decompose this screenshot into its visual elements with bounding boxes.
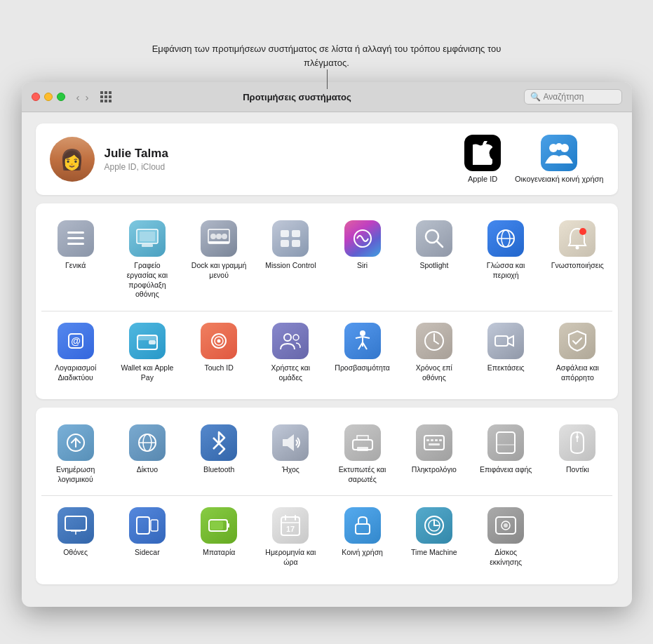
apple-id-label: Apple ID	[468, 174, 497, 184]
svg-rect-67	[210, 521, 223, 530]
pref-item-startup[interactable]: Δίσκος εκκίνησης	[471, 502, 540, 572]
pref-icon-internet: @	[58, 323, 94, 359]
pref-icon-general	[58, 220, 94, 257]
family-sharing-button[interactable]: Οικογενειακή κοινή χρήση	[515, 135, 603, 184]
pref-label-notifications: Γνωστο­ποιήσεις	[551, 261, 604, 271]
pref-label-datetime: Ημερομηνία και ώρα	[262, 548, 318, 567]
svg-point-33	[217, 339, 221, 342]
profile-actions: Apple ID Οικογενειακή κοινή χρήση	[464, 135, 603, 184]
pref-icon-notifications	[559, 220, 595, 257]
svg-point-2	[556, 143, 563, 150]
pref-item-users[interactable]: Χρήστες και ομάδες	[256, 317, 325, 388]
pref-label-siri: Siri	[357, 261, 368, 271]
pref-label-sidecar: Sidecar	[135, 548, 160, 558]
svg-rect-53	[435, 439, 438, 441]
pref-item-keyboard[interactable]: Πληκτρολόγιο	[400, 419, 469, 490]
svg-line-47	[213, 443, 219, 449]
svg-point-11	[210, 234, 216, 239]
pref-icon-spotlight	[416, 220, 452, 257]
close-button[interactable]	[32, 93, 40, 101]
pref-label-sound: Ήχος	[282, 465, 299, 475]
pref-item-security[interactable]: Ασφάλεια και απόρρητο	[543, 317, 612, 388]
pref-item-internet[interactable]: @Λογαριασμοί Διαδικτύου	[41, 317, 110, 388]
search-icon: 🔍	[530, 92, 541, 102]
pref-item-accessibility[interactable]: Προσβασιμότητα	[328, 317, 397, 388]
svg-rect-5	[67, 243, 84, 245]
pref-label-wallet: Wallet και Apple Pay	[119, 363, 175, 382]
pref-item-battery[interactable]: Μπαταρία	[184, 502, 253, 572]
pref-label-sharing: Κοινή χρήση	[342, 548, 383, 558]
pref-icon-datetime: 17	[272, 507, 309, 544]
pref-item-trackpad[interactable]: Επιφάνεια αφής	[471, 419, 540, 490]
annotation-line	[327, 69, 328, 89]
pref-item-spotlight[interactable]: Spotlight	[400, 215, 469, 305]
svg-point-36	[360, 330, 365, 336]
pref-item-extensions[interactable]: Επεκτάσεις	[471, 317, 540, 388]
svg-point-24	[576, 246, 579, 250]
zoom-button[interactable]	[57, 93, 65, 101]
svg-rect-3	[67, 232, 84, 234]
svg-rect-66	[227, 523, 229, 528]
svg-rect-7	[142, 244, 153, 247]
pref-label-network: Δίκτυο	[137, 465, 158, 475]
pref-label-language: Γλώσσα και περιοχή	[478, 261, 534, 280]
svg-point-34	[284, 334, 291, 341]
svg-rect-16	[281, 240, 289, 247]
pref-item-mouse[interactable]: Ποντίκι	[543, 419, 612, 490]
profile-section: 👩 Julie Talma Apple ID, iCloud Apple ID	[36, 123, 618, 195]
pref-item-screentime[interactable]: Χρόνος επί οθόνης	[400, 317, 469, 388]
pref-item-sound[interactable]: Ήχος	[256, 419, 325, 490]
svg-rect-8	[140, 232, 155, 241]
svg-rect-52	[431, 439, 433, 441]
pref-item-network[interactable]: Δίκτυο	[113, 419, 182, 490]
pref-item-general[interactable]: Γενικά	[41, 215, 110, 305]
pref-item-dock[interactable]: Dock και γραμμή μενού	[184, 215, 253, 305]
pref-item-datetime[interactable]: 17Ημερομηνία και ώρα	[256, 502, 325, 572]
svg-rect-10	[208, 241, 229, 243]
pref-item-bluetooth[interactable]: Bluetooth	[184, 419, 253, 490]
pref-item-sharing[interactable]: Κοινή χρήση	[328, 502, 397, 572]
annotation-text: Εμφάνιση των προτιμήσεων συστήματος σε λ…	[152, 42, 502, 69]
search-input[interactable]	[544, 92, 614, 102]
pref-item-software[interactable]: Ενημέρωση λογισμικού	[41, 419, 110, 490]
pref-label-security: Ασφάλεια και απόρρητο	[549, 363, 605, 382]
pref-label-desktop: Γραφείο εργασίας και προφύλαξη οθόνης	[119, 261, 175, 300]
pref-item-displays[interactable]: Οθόνες	[41, 502, 110, 572]
pref-icon-timemachine	[416, 507, 452, 544]
pref-icon-displays	[58, 507, 94, 544]
pref-item-notifications[interactable]: Γνωστο­ποιήσεις	[543, 215, 612, 305]
search-box[interactable]: 🔍	[524, 89, 622, 105]
avatar-image: 👩	[50, 137, 95, 182]
pref-icon-keyboard	[416, 424, 452, 461]
pref-item-timemachine[interactable]: Time Machine	[400, 502, 469, 572]
pref-item-printers[interactable]: Εκτυπωτές και σαρωτές	[328, 419, 397, 490]
pref-label-mission: Mission Control	[265, 261, 316, 271]
apple-id-button[interactable]: Apple ID	[464, 135, 501, 184]
svg-text:17: 17	[286, 525, 295, 533]
pref-item-wallet[interactable]: Wallet και Apple Pay	[113, 317, 182, 388]
svg-rect-17	[292, 240, 300, 247]
pref-icon-touchid	[201, 323, 237, 359]
pref-icon-printers	[344, 424, 381, 461]
svg-point-35	[293, 335, 299, 340]
pref-icon-software	[58, 424, 94, 461]
pref-item-mission[interactable]: Mission Control	[256, 215, 325, 305]
minimize-button[interactable]	[44, 93, 53, 101]
pref-label-accessibility: Προσβασιμότητα	[335, 363, 390, 373]
svg-line-20	[437, 241, 443, 247]
pref-label-displays: Οθόνες	[63, 548, 88, 558]
pref-label-dock: Dock και γραμμή μενού	[191, 261, 247, 280]
svg-rect-4	[67, 237, 84, 239]
pref-item-language[interactable]: Γλώσσα και περιοχή	[471, 215, 540, 305]
pref-item-desktop[interactable]: Γραφείο εργασίας και προφύλαξη οθόνης	[113, 215, 182, 305]
pref-item-touchid[interactable]: Touch ID	[184, 317, 253, 388]
svg-text:@: @	[71, 335, 81, 347]
svg-rect-73	[356, 524, 370, 534]
pref-item-sidecar[interactable]: Sidecar	[113, 502, 182, 572]
pref-label-users: Χρήστες και ομάδες	[262, 363, 318, 382]
system-preferences-window: ‹ › Προτιμήσεις συστήματος 🔍 👩 Julie Tal…	[22, 82, 632, 607]
pref-item-siri[interactable]: Siri	[328, 215, 397, 305]
svg-rect-49	[357, 447, 368, 451]
pref-icon-sidecar	[129, 507, 166, 544]
divider-2	[41, 495, 612, 496]
